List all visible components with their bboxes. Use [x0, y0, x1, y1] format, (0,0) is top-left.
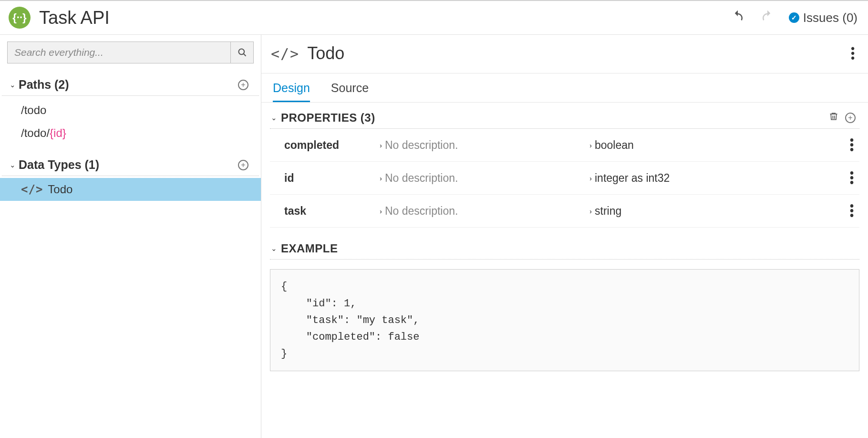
property-row[interactable]: id ›No description. ›integer as int32 ••… [270, 162, 859, 195]
redo-icon[interactable] [759, 9, 775, 27]
issues-label: Issues (0) [803, 10, 858, 25]
path-item-todo[interactable]: /todo [0, 99, 261, 122]
code-icon: </> [21, 183, 43, 196]
topbar-left: {··} Task API [9, 7, 110, 29]
svg-point-0 [238, 49, 244, 55]
app-logo-icon: {··} [9, 7, 31, 29]
chevron-down-icon: ⌄ [271, 244, 277, 253]
property-name: completed [284, 139, 380, 152]
check-circle-icon: ✓ [789, 12, 799, 23]
property-name: id [284, 172, 380, 185]
tab-source[interactable]: Source [331, 81, 369, 102]
example-section: ⌄ EXAMPLE { "id": 1, "task": "my task", … [261, 228, 868, 381]
add-path-icon[interactable]: + [238, 80, 248, 90]
datatype-item-todo[interactable]: </>Todo [0, 178, 261, 201]
property-type: ›string [589, 205, 850, 218]
chevron-right-icon: › [589, 141, 592, 149]
property-menu-icon[interactable]: ••• [850, 204, 854, 218]
app-title: Task API [39, 8, 110, 28]
sidebar: ⌄ Paths (2) + /todo /todo/{id} ⌄ Data Ty… [0, 35, 261, 438]
chevron-right-icon: › [380, 207, 382, 215]
chevron-right-icon: › [589, 207, 592, 215]
section-header-paths[interactable]: ⌄ Paths (2) + [2, 73, 259, 96]
search-box [7, 42, 254, 63]
chevron-right-icon: › [589, 174, 592, 182]
property-description: ›No description. [380, 139, 589, 152]
property-menu-icon[interactable]: ••• [850, 138, 854, 152]
topbar: {··} Task API ✓ Issues (0) [0, 1, 868, 35]
property-row[interactable]: completed ›No description. ›boolean ••• [270, 129, 859, 162]
content-title: Todo [307, 43, 344, 63]
path-item-todo-id[interactable]: /todo/{id} [0, 122, 261, 145]
example-title: EXAMPLE [281, 242, 338, 255]
tab-design[interactable]: Design [273, 81, 310, 102]
property-menu-icon[interactable]: ••• [850, 171, 854, 185]
chevron-right-icon: › [380, 174, 382, 182]
chevron-down-icon: ⌄ [10, 161, 16, 169]
properties-title: PROPERTIES (3) [281, 111, 375, 125]
code-icon: </> [271, 45, 300, 62]
trash-icon[interactable] [829, 111, 838, 125]
property-type: ›boolean [589, 139, 850, 152]
property-row[interactable]: task ›No description. ›string ••• [270, 195, 859, 228]
property-description: ›No description. [380, 205, 589, 218]
chevron-right-icon: › [380, 141, 382, 149]
content-header: </> Todo ••• [261, 35, 868, 73]
undo-icon[interactable] [730, 9, 746, 27]
property-type: ›integer as int32 [589, 172, 850, 185]
issues-button[interactable]: ✓ Issues (0) [789, 10, 858, 25]
content: </> Todo ••• Design Source ⌄ PROPERTIES … [261, 35, 868, 438]
section-title: Paths (2) [19, 78, 69, 92]
topbar-right: ✓ Issues (0) [730, 9, 858, 27]
chevron-down-icon: ⌄ [271, 114, 277, 122]
add-property-icon[interactable]: + [845, 113, 856, 123]
search-input[interactable] [8, 42, 230, 63]
content-menu-icon[interactable]: ••• [851, 47, 855, 60]
paths-list: /todo /todo/{id} [0, 96, 261, 153]
add-datatype-icon[interactable]: + [238, 160, 248, 170]
example-code-block[interactable]: { "id": 1, "task": "my task", "completed… [270, 269, 859, 371]
tabs: Design Source [261, 73, 868, 103]
search-icon[interactable] [230, 42, 253, 63]
svg-line-1 [243, 54, 246, 56]
section-title: Data Types (1) [19, 158, 99, 172]
property-name: task [284, 205, 380, 218]
properties-section: ⌄ PROPERTIES (3) + completed ›No descrip… [261, 103, 868, 228]
datatypes-list: </>Todo [0, 176, 261, 209]
property-description: ›No description. [380, 172, 589, 185]
chevron-down-icon: ⌄ [10, 81, 16, 89]
section-header-datatypes[interactable]: ⌄ Data Types (1) + [2, 153, 259, 176]
